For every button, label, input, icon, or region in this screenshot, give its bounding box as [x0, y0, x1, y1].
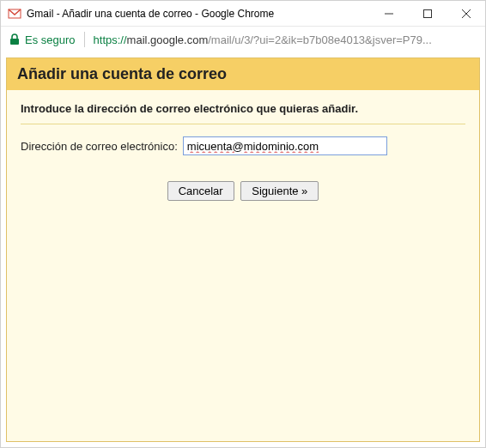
secure-label: Es seguro — [25, 33, 76, 46]
email-label: Dirección de correo electrónico: — [21, 140, 178, 153]
cancel-button[interactable]: Cancelar — [167, 181, 234, 201]
panel-body: Introduce la dirección de correo electró… — [7, 90, 479, 213]
separator — [84, 32, 85, 47]
email-row: Dirección de correo electrónico: — [21, 136, 465, 155]
url-display[interactable]: https://mail.google.com/mail/u/3/?ui=2&i… — [94, 33, 477, 46]
maximize-button[interactable] — [408, 1, 447, 26]
chrome-window: Gmail - Añadir una cuenta de correo - Go… — [0, 0, 486, 448]
divider — [21, 124, 465, 124]
url-host: mail.google.com — [127, 33, 209, 46]
url-path: /mail/u/3/?ui=2&ik=b7b08e4013&jsver=P79.… — [208, 33, 432, 46]
next-button[interactable]: Siguiente » — [240, 181, 319, 201]
instruction-text: Introduce la dirección de correo electró… — [21, 102, 465, 115]
panel-title: Añadir una cuenta de correo — [7, 58, 479, 90]
svg-rect-2 — [423, 9, 431, 17]
add-account-panel: Añadir una cuenta de correo Introduce la… — [6, 58, 480, 442]
address-bar: Es seguro https://mail.google.com/mail/u… — [1, 27, 485, 52]
svg-rect-5 — [10, 39, 19, 45]
window-titlebar: Gmail - Añadir una cuenta de correo - Go… — [1, 1, 485, 27]
url-scheme: https:// — [94, 33, 127, 46]
content-area: Añadir una cuenta de correo Introduce la… — [1, 52, 485, 447]
lock-icon — [9, 33, 20, 45]
email-field[interactable] — [183, 136, 387, 155]
button-row: Cancelar Siguiente » — [21, 181, 465, 201]
minimize-button[interactable] — [369, 1, 408, 26]
window-title: Gmail - Añadir una cuenta de correo - Go… — [27, 8, 369, 20]
gmail-icon — [8, 7, 21, 21]
window-controls — [369, 1, 485, 26]
close-button[interactable] — [447, 1, 485, 26]
